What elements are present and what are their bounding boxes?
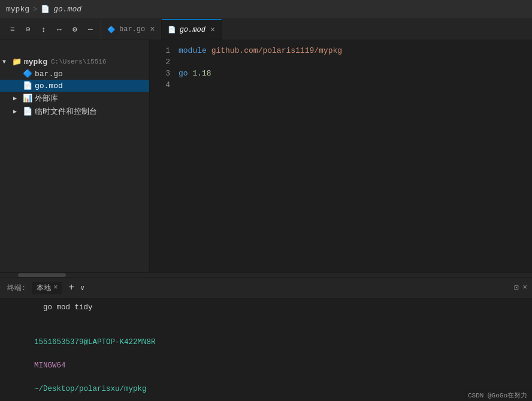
attribution-bar: CSDN @GoGo在努力 <box>463 390 532 401</box>
terminal-area: 终端: 本地 × + ∨ ⊡ × go mod tidy 15516535379… <box>0 277 532 401</box>
terminal-right-icons: ⊡ × <box>514 283 527 293</box>
tree-label-bar-go: bar.go <box>35 70 63 79</box>
editor-pane: 1 2 3 4 module github.com/polaris1119/my… <box>150 40 532 272</box>
tree-item-mypkg[interactable]: ▼ 📁 mypkg C:\Users\15516 <box>0 56 149 68</box>
sidebar-header <box>0 40 149 56</box>
settings-icon[interactable]: ⚙ <box>68 23 81 36</box>
terminal-icon-1[interactable]: ⊡ <box>514 283 519 293</box>
temp-files-icon: 📄 <box>23 107 32 116</box>
external-libs-icon: 📊 <box>23 94 32 103</box>
tree-item-temp-files[interactable]: ▶ 📄 临时文件和控制台 <box>0 105 149 118</box>
line-num-3: 3 <box>155 68 170 79</box>
tree-label-mypkg: mypkg <box>24 58 47 67</box>
title-icon: 📄 <box>41 5 50 14</box>
title-file: go.mod <box>53 5 81 14</box>
keyword-go: go <box>179 68 188 79</box>
term-line-blank-1 <box>7 313 525 325</box>
tree-label-external-libs: 外部库 <box>35 93 58 104</box>
go-mod-close-btn[interactable]: × <box>210 25 215 35</box>
space-2 <box>188 68 193 79</box>
term-line-prompt-1: 15516535379@LAPTOP-K422MN8R MINGW64 ~/De… <box>7 325 525 401</box>
go-mod-tab-label: go.mod <box>180 26 205 34</box>
terminal-tab-close[interactable]: × <box>53 284 58 292</box>
chevron-mypkg: ▼ <box>2 59 12 65</box>
line-num-2: 2 <box>155 56 170 68</box>
term-space-2 <box>34 373 39 381</box>
terminal-chevron-down[interactable]: ∨ <box>80 284 84 293</box>
tab-bar-go[interactable]: 🔷 bar.go × <box>101 19 162 40</box>
title-bar: mypkg > 📄 go.mod <box>0 0 532 19</box>
tree-label-temp-files: 临时文件和控制台 <box>35 106 97 117</box>
term-path-1: ~/Desktop/polarisxu/mypkg <box>34 385 147 393</box>
editor-line-3: go 1.18 <box>179 68 526 79</box>
module-path: github.com/polaris1119/mypkg <box>211 45 342 56</box>
sync-icon[interactable]: ⊙ <box>22 23 35 36</box>
terminal-add-button[interactable]: + <box>66 282 77 293</box>
attribution-text: CSDN @GoGo在努力 <box>468 392 527 399</box>
editor-line-4 <box>179 79 526 91</box>
terminal-local-tab[interactable]: 本地 × <box>32 282 62 294</box>
scrollbar-area[interactable] <box>0 272 532 277</box>
line-num-1: 1 <box>155 45 170 56</box>
terminal-local-label: 本地 <box>37 283 51 293</box>
tree-item-external-libs[interactable]: ▶ 📊 外部库 <box>0 92 149 105</box>
project-name: mypkg <box>6 5 29 14</box>
tab-bar: ≡ ⊙ ↕ ↔ ⚙ — 🔷 bar.go × 📄 go.mod × <box>0 19 532 40</box>
collapse-icon[interactable]: ≡ <box>6 23 19 36</box>
terminal-label: 终端: <box>5 282 28 294</box>
tree-label-go-mod: go.mod <box>35 82 63 91</box>
term-space-1 <box>34 350 39 358</box>
editor-content[interactable]: module github.com/polaris1119/mypkg go 1… <box>173 40 532 272</box>
sort-icon[interactable]: ↕ <box>37 23 50 36</box>
term-line-1: go mod tidy <box>7 302 525 313</box>
tab-go-mod[interactable]: 📄 go.mod × <box>162 19 222 40</box>
keyword-module: module <box>179 45 207 56</box>
go-version: 1.18 <box>192 68 211 79</box>
terminal-tab-bar: 终端: 本地 × + ∨ ⊡ × <box>0 278 532 299</box>
tree-item-bar-go[interactable]: 🔷 bar.go <box>0 68 149 80</box>
gofile-icon-bar-go: 🔷 <box>23 69 32 79</box>
bar-go-tab-label: bar.go <box>119 25 145 34</box>
line-numbers: 1 2 3 4 <box>150 40 173 272</box>
line-num-4: 4 <box>155 79 170 91</box>
chevron-external-libs: ▶ <box>13 95 23 102</box>
sidebar: ▼ 📁 mypkg C:\Users\15516 🔷 bar.go 📄 go.m… <box>0 40 150 272</box>
terminal-icon-2[interactable]: × <box>522 283 527 293</box>
term-mingw-1: MINGW64 <box>34 361 66 370</box>
folder-icon-mypkg: 📁 <box>12 57 22 67</box>
editor-line-2 <box>179 56 526 68</box>
editor-line-1: module github.com/polaris1119/mypkg <box>179 45 526 56</box>
space-1 <box>207 45 211 56</box>
bar-go-close-btn[interactable]: × <box>150 25 155 34</box>
title-separator: > <box>33 5 37 14</box>
tree-item-go-mod[interactable]: 📄 go.mod <box>0 80 149 92</box>
go-mod-tab-icon: 📄 <box>168 26 176 34</box>
terminal-content[interactable]: go mod tidy 15516535379@LAPTOP-K422MN8R … <box>0 299 532 401</box>
bar-go-tab-icon: 🔷 <box>107 26 116 34</box>
chevron-temp-files: ▶ <box>13 108 23 115</box>
term-user-1: 15516535379@LAPTOP-K422MN8R <box>34 338 156 346</box>
tree-path-mypkg: C:\Users\15516 <box>51 58 106 65</box>
gomod-icon-go-mod: 📄 <box>23 81 32 91</box>
close-panel-icon[interactable]: — <box>84 23 97 36</box>
main-layout: ▼ 📁 mypkg C:\Users\15516 🔷 bar.go 📄 go.m… <box>0 40 532 272</box>
split-icon[interactable]: ↔ <box>53 23 66 36</box>
toolbar-icons: ≡ ⊙ ↕ ↔ ⚙ — <box>2 19 101 40</box>
